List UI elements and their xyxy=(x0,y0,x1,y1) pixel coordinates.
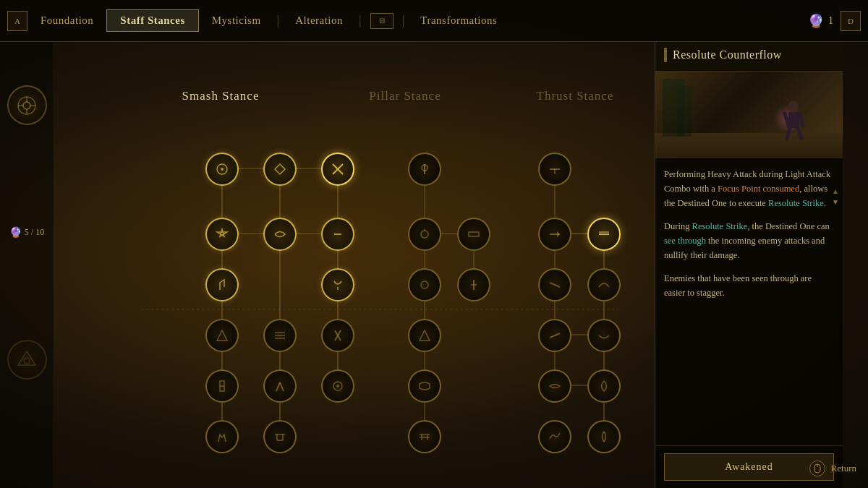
svg-point-80 xyxy=(788,100,799,112)
skill-node-smash-2-2[interactable] xyxy=(263,218,297,251)
skill-node-smash-1-1[interactable] xyxy=(205,153,239,186)
nav-mysticism[interactable]: Mysticism xyxy=(199,10,274,31)
desc2-highlight2: see through xyxy=(664,236,706,246)
detail-image-scene xyxy=(655,72,843,158)
skill-node-smash-1-6[interactable] xyxy=(205,420,239,453)
svg-line-72 xyxy=(276,382,280,391)
skill-node-smash-1-2[interactable] xyxy=(205,218,239,251)
nav-alteration[interactable]: Alteration xyxy=(282,10,356,31)
skill-node-smash-2-6[interactable] xyxy=(263,420,297,453)
skill-node-thrust-1-1[interactable] xyxy=(538,153,571,186)
nav-currency-area: 🔮 1 xyxy=(808,13,833,29)
scroll-down-button[interactable]: ▼ xyxy=(832,198,839,206)
skill-node-smash-1-5[interactable] xyxy=(205,369,239,403)
skill-points-value: 5 / 10 xyxy=(25,227,44,238)
skill-points-display: 🔮 5 / 10 xyxy=(9,226,44,239)
skill-node-smash-2-5[interactable] xyxy=(263,369,297,403)
controller-left-button[interactable]: A xyxy=(7,11,27,31)
skill-node-pillar-1-5[interactable] xyxy=(408,369,441,403)
skill-node-thrust-2-4[interactable] xyxy=(587,319,621,352)
detail-title-line xyxy=(664,48,667,62)
skill-node-thrust-1-4[interactable] xyxy=(538,319,571,352)
skill-node-thrust-2-5[interactable] xyxy=(587,369,621,403)
currency-count: 1 xyxy=(828,15,833,27)
skill-node-thrust-2-6[interactable] xyxy=(587,420,621,453)
svg-point-7 xyxy=(24,358,30,364)
desc1-highlight2: Resolute Strike xyxy=(768,198,824,208)
skill-node-pillar-1-4[interactable] xyxy=(408,319,441,352)
svg-point-61 xyxy=(421,281,428,288)
skill-node-pillar-1-6[interactable] xyxy=(408,420,441,453)
skill-node-smash-1-3[interactable] xyxy=(205,268,239,301)
skill-node-thrust-1-2[interactable] xyxy=(538,218,571,251)
skill-node-thrust-2-3[interactable] xyxy=(587,268,621,301)
connector-lines xyxy=(54,42,655,488)
svg-line-83 xyxy=(799,114,803,126)
nav-staff-stances[interactable]: Staff Stances xyxy=(106,9,198,32)
svg-marker-57 xyxy=(557,231,560,237)
skill-node-smash-2-1[interactable] xyxy=(263,153,297,186)
detail-desc-3: Enemies that have been seen through are … xyxy=(664,271,834,300)
skill-node-pillar-2-2[interactable] xyxy=(457,218,490,251)
svg-point-46 xyxy=(221,168,224,171)
skill-node-thrust-1-5[interactable] xyxy=(538,369,571,403)
detail-image xyxy=(655,72,843,158)
skill-node-smash-3-1[interactable] xyxy=(321,153,354,186)
skill-node-thrust-1-6[interactable] xyxy=(538,420,571,453)
skill-node-pillar-1-1[interactable] xyxy=(408,153,441,186)
stance-headers: Smash Stance Pillar Stance Thrust Stance xyxy=(141,89,640,103)
nav-separator-3: | xyxy=(399,13,408,28)
return-label: Return xyxy=(831,463,856,474)
nav-foundation[interactable]: Foundation xyxy=(27,10,106,31)
skill-node-thrust-1-3[interactable] xyxy=(538,268,571,301)
smash-stance-header: Smash Stance xyxy=(141,89,300,103)
desc1-highlight1: Focus Point consumed xyxy=(718,184,799,194)
svg-line-82 xyxy=(785,114,788,126)
scroll-controls: ▲ ▼ xyxy=(832,187,839,206)
desc2-prefix: During xyxy=(664,221,692,231)
skill-node-smash-3-2[interactable] xyxy=(321,218,354,251)
main-content: 🔮 5 / 10 Smash Stance Pillar Stanc xyxy=(0,42,868,488)
skill-points-area: 🔮 5 / 10 xyxy=(9,226,44,239)
svg-point-75 xyxy=(336,385,339,388)
detail-text-wrapper: Performing Heavy Attack during Light Att… xyxy=(655,158,843,445)
svg-point-1 xyxy=(23,102,30,109)
skill-node-smash-3-5[interactable] xyxy=(321,369,354,403)
pillar-stance-header: Pillar Stance xyxy=(351,89,459,103)
nav-transformations[interactable]: Transformations xyxy=(407,10,510,31)
desc1-suffix: . xyxy=(824,198,826,208)
skill-node-smash-1-4[interactable] xyxy=(205,319,239,352)
skill-node-smash-3-4[interactable] xyxy=(321,319,354,352)
left-panel: 🔮 5 / 10 xyxy=(0,42,54,488)
mouse-icon xyxy=(812,463,822,474)
pillar-stance-label: Pillar Stance xyxy=(369,89,441,103)
skill-node-smash-3-3[interactable] xyxy=(321,268,354,301)
thrust-stance-header: Thrust Stance xyxy=(510,89,640,103)
controller-left-label: A xyxy=(14,17,20,25)
detail-desc-2: During Resolute Strike, the Destined One… xyxy=(664,219,834,262)
skill-node-smash-2-4[interactable] xyxy=(263,319,297,352)
char-icon-mid[interactable] xyxy=(7,340,47,380)
return-button[interactable]: Return xyxy=(809,461,856,476)
scene-figure-svg xyxy=(781,100,807,140)
currency-icon: 🔮 xyxy=(808,13,824,29)
nav-separator-1: | xyxy=(274,13,283,28)
char-icon-top[interactable] xyxy=(7,85,47,125)
scene-tree-2 xyxy=(677,86,692,137)
skill-node-pillar-2-3[interactable] xyxy=(457,268,490,301)
scene-ground xyxy=(655,133,843,158)
skill-node-pillar-1-2[interactable] xyxy=(408,218,441,251)
svg-line-73 xyxy=(280,382,284,391)
thrust-stance-label: Thrust Stance xyxy=(537,89,614,103)
controller-right-button[interactable]: D xyxy=(841,11,861,31)
svg-line-85 xyxy=(798,128,801,138)
skill-node-thrust-2-2[interactable] xyxy=(587,218,621,251)
detail-text: Performing Heavy Attack during Light Att… xyxy=(655,158,843,317)
detail-desc-1: Performing Heavy Attack during Light Att… xyxy=(664,167,834,210)
navbar: A Foundation Staff Stances Mysticism | A… xyxy=(0,0,868,42)
controller-right-label: D xyxy=(848,17,854,25)
scroll-up-button[interactable]: ▲ xyxy=(832,187,839,195)
nav-separator-2: | xyxy=(356,13,365,28)
skill-node-pillar-1-3[interactable] xyxy=(408,268,441,301)
nav-icon-placeholder: ⊟ xyxy=(370,13,393,29)
